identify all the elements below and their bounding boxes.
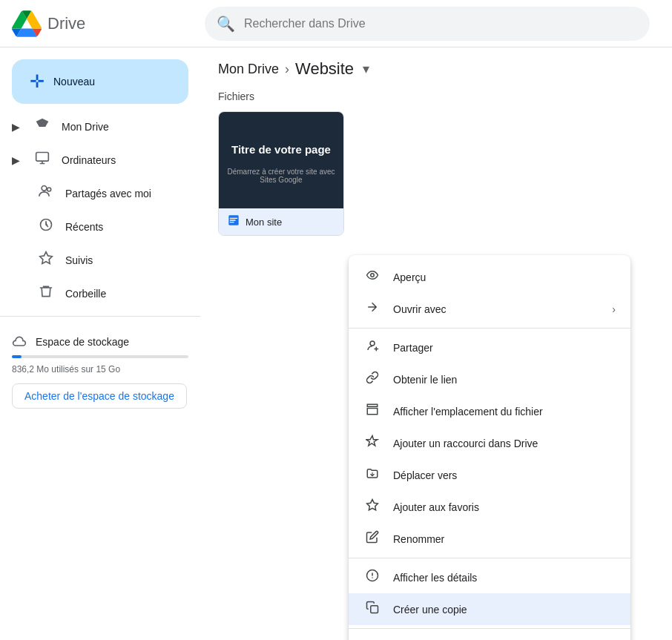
deplacer-icon xyxy=(363,466,381,484)
new-button[interactable]: ✛ Nouveau xyxy=(12,59,188,104)
sidebar-divider xyxy=(0,316,200,317)
sidebar-item-ordinateurs[interactable]: ▶ Ordinateurs xyxy=(0,143,188,177)
svg-rect-0 xyxy=(36,153,49,162)
app-title: Drive xyxy=(47,14,85,33)
mon-drive-icon xyxy=(35,117,50,136)
svg-point-2 xyxy=(47,188,51,191)
header: Drive 🔍 xyxy=(0,0,672,47)
menu-item-label: Ajouter aux favoris xyxy=(393,501,616,513)
storage-label: Espace de stockage xyxy=(12,334,188,349)
file-card-mon-site[interactable]: Titre de votre page Démarrez à créer vot… xyxy=(218,111,344,236)
storage-bar-container xyxy=(12,355,188,358)
storage-section: Espace de stockage 836,2 Mo utilisés sur… xyxy=(0,323,200,420)
breadcrumb-dropdown-icon[interactable]: ▾ xyxy=(363,61,369,77)
menu-item-details[interactable]: Afficher les détails xyxy=(349,561,630,593)
menu-item-label: Ajouter un raccourci dans Drive xyxy=(393,438,616,449)
menu-item-favoris[interactable]: Ajouter aux favoris xyxy=(349,491,630,523)
expand-arrow-icon: ▶ xyxy=(12,121,20,133)
sidebar-item-suivis[interactable]: Suivis xyxy=(0,243,188,277)
sidebar-item-corbeille[interactable]: Corbeille xyxy=(0,277,188,310)
copie-icon xyxy=(363,601,381,618)
logo-area: Drive xyxy=(12,9,205,39)
sidebar-item-label: Mon Drive xyxy=(62,121,109,133)
sites-file-icon xyxy=(228,214,240,229)
storage-bar xyxy=(12,355,22,358)
menu-divider-1 xyxy=(349,328,630,329)
menu-item-copie[interactable]: Créer une copie xyxy=(349,593,630,625)
menu-item-supprimer[interactable]: Supprimer xyxy=(349,632,630,640)
menu-item-obtenir-lien[interactable]: Obtenir le lien xyxy=(349,363,630,395)
file-thumbnail: Titre de votre page Démarrez à créer vot… xyxy=(219,112,343,208)
menu-divider-3 xyxy=(349,628,630,629)
menu-divider-2 xyxy=(349,558,630,558)
storage-section-label: Espace de stockage xyxy=(36,336,129,348)
ordinateurs-icon xyxy=(35,151,50,169)
sidebar-item-label: Partagés avec moi xyxy=(65,188,151,199)
menu-item-label: Afficher l'emplacement du fichier xyxy=(393,406,616,418)
submenu-arrow-icon: › xyxy=(612,303,616,315)
sidebar: ✛ Nouveau ▶ Mon Drive ▶ Ordinateurs Part… xyxy=(0,47,200,640)
main-content: Mon Drive › Website ▾ Fichiers Titre de … xyxy=(200,47,672,640)
menu-item-label: Créer une copie xyxy=(393,604,616,616)
svg-point-1 xyxy=(42,186,47,191)
lien-icon xyxy=(363,371,381,388)
sidebar-item-label: Suivis xyxy=(65,254,93,266)
sidebar-item-label: Corbeille xyxy=(65,288,106,300)
storage-usage-text: 836,2 Mo utilisés sur 15 Go xyxy=(12,364,188,375)
expand-arrow-icon: ▶ xyxy=(12,154,20,166)
drive-logo-icon xyxy=(12,9,42,39)
files-section-label: Fichiers xyxy=(218,90,654,102)
menu-item-renommer[interactable]: Renommer xyxy=(349,523,630,555)
renommer-icon xyxy=(363,530,381,547)
ouvrir-avec-icon xyxy=(363,300,381,317)
menu-item-ouvrir-avec[interactable]: Ouvrir avec › xyxy=(349,293,630,325)
sidebar-item-recents[interactable]: Récents xyxy=(0,210,188,243)
main-layout: ✛ Nouveau ▶ Mon Drive ▶ Ordinateurs Part… xyxy=(0,47,672,640)
sidebar-item-mon-drive[interactable]: ▶ Mon Drive xyxy=(0,110,188,143)
apercu-icon xyxy=(363,268,381,286)
new-button-label: Nouveau xyxy=(53,76,95,88)
favoris-icon xyxy=(363,498,381,515)
emplacement-icon xyxy=(363,403,381,420)
svg-rect-8 xyxy=(371,606,378,613)
search-input[interactable] xyxy=(244,17,638,30)
svg-point-6 xyxy=(370,341,375,346)
menu-item-label: Déplacer vers xyxy=(393,469,616,481)
thumbnail-subtitle: Démarrez à créer votre site avec Sites G… xyxy=(219,168,343,184)
partages-icon xyxy=(39,184,53,202)
buy-storage-button[interactable]: Acheter de l'espace de stockage xyxy=(12,383,187,409)
menu-item-label: Afficher les détails xyxy=(393,572,616,584)
menu-item-label: Partager xyxy=(393,342,616,354)
breadcrumb-parent[interactable]: Mon Drive xyxy=(218,62,279,77)
breadcrumb: Mon Drive › Website ▾ xyxy=(218,59,654,79)
suivis-icon xyxy=(39,251,53,269)
sidebar-item-label: Ordinateurs xyxy=(62,154,116,166)
sidebar-item-partages[interactable]: Partagés avec moi xyxy=(0,177,188,210)
partager-icon xyxy=(363,339,381,356)
corbeille-icon xyxy=(39,284,53,303)
menu-item-apercu[interactable]: Aperçu xyxy=(349,261,630,293)
file-name: Mon site xyxy=(246,217,282,228)
raccourci-icon xyxy=(363,435,381,452)
menu-item-raccourci[interactable]: Ajouter un raccourci dans Drive xyxy=(349,427,630,459)
search-icon: 🔍 xyxy=(217,15,235,33)
menu-item-emplacement[interactable]: Afficher l'emplacement du fichier xyxy=(349,395,630,427)
recents-icon xyxy=(39,217,53,236)
svg-point-5 xyxy=(371,274,375,277)
context-menu: Aperçu Ouvrir avec › Partager xyxy=(349,255,630,640)
cloud-icon xyxy=(12,334,27,349)
menu-item-deplacer[interactable]: Déplacer vers xyxy=(349,459,630,491)
menu-item-partager[interactable]: Partager xyxy=(349,331,630,363)
file-footer: Mon site xyxy=(219,208,343,235)
search-bar[interactable]: 🔍 xyxy=(205,7,650,41)
menu-item-label: Renommer xyxy=(393,533,616,545)
thumbnail-title: Titre de votre page xyxy=(225,137,337,162)
sidebar-item-label: Récents xyxy=(65,221,103,233)
menu-item-label: Obtenir le lien xyxy=(393,374,616,386)
breadcrumb-current[interactable]: Website xyxy=(295,59,354,79)
details-icon xyxy=(363,569,381,586)
new-plus-icon: ✛ xyxy=(30,71,45,92)
menu-item-label: Aperçu xyxy=(393,271,616,283)
breadcrumb-separator: › xyxy=(285,62,289,77)
files-grid: Titre de votre page Démarrez à créer vot… xyxy=(218,111,654,236)
